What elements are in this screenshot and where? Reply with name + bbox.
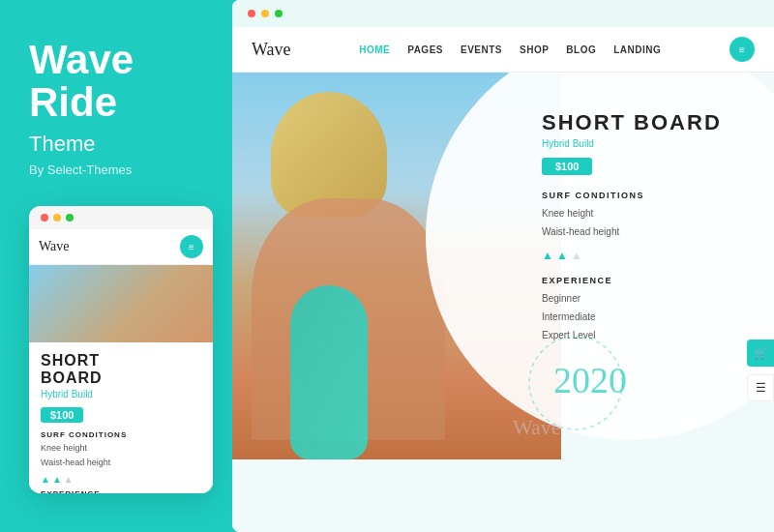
desktop-dot-red [248,10,255,17]
nav-link-pages[interactable]: PAGES [407,44,443,55]
brand-title: Wave Ride [29,39,203,124]
nav-link-blog[interactable]: BLOG [566,44,596,55]
price-badge: $100 [542,158,592,175]
mobile-preview-card: Wave ≡ SHORT BOARD Hybrid Build $100 SUR… [29,206,213,493]
nav-link-home[interactable]: HOME [359,44,390,55]
hybrid-label: Hybrid Build [542,138,755,149]
experience-title: EXPERIENCE [542,276,755,285]
mobile-logo: Wave [39,239,70,254]
desktop-preview: Wave HOME PAGES EVENTS SHOP BLOG LANDING… [232,0,774,532]
shortboard-title: SHORT BOARD [542,111,755,134]
mobile-wave-icons: ▲ ▲ ▲ [41,474,201,485]
mobile-preview-bar [29,206,213,229]
left-panel: Wave Ride Theme By Select-Themes Wave ≡ … [0,0,232,532]
year-graphic: 2020 [532,359,648,401]
mobile-hybrid-label: Hybrid Build [41,389,201,399]
desktop-nav-links: HOME PAGES EVENTS SHOP BLOG LANDING [359,44,661,55]
side-icon-menu[interactable]: ☰ [747,374,774,401]
brand-subtitle: Theme [29,132,203,157]
right-panel: Wave HOME PAGES EVENTS SHOP BLOG LANDING… [232,0,774,532]
desktop-nav-button[interactable]: ≡ [729,37,755,62]
mobile-content: SHORT BOARD Hybrid Build $100 SURF CONDI… [29,342,213,493]
bottom-wave-logo: Wave [513,415,561,440]
mobile-hero-bg [29,265,213,342]
nav-link-shop[interactable]: SHOP [520,44,549,55]
hero-right-content: SHORT BOARD Hybrid Build $100 SURF CONDI… [542,111,755,344]
conditions-list: Knee height Waist-head height [542,204,755,241]
wave-rating-dot-3: ▲ [571,249,582,262]
mobile-conditions-list: Knee height Waist-head height [41,441,201,469]
mobile-hero-image [29,265,213,342]
surfboard-shape [290,285,368,459]
dot-red [41,214,48,222]
mobile-surf-conditions-title: SURF CONDITIONS [41,430,201,439]
mobile-price-badge: $100 [41,407,83,423]
brand-by: By Select-Themes [29,163,203,177]
surf-conditions-title: SURF CONDITIONS [542,191,755,200]
wave-rating-dot-1: ▲ [542,249,553,262]
nav-link-landing[interactable]: LANDING [613,44,661,55]
desktop-logo: Wave [252,40,291,60]
wave-rating-dot-2: ▲ [556,249,568,262]
dot-green [66,214,74,222]
desktop-dot-yellow [261,10,269,17]
mobile-experience-title: EXPERIENCE [41,489,201,493]
desktop-bar [232,0,774,27]
wave-icon-1: ▲ [41,474,50,485]
desktop-nav: Wave HOME PAGES EVENTS SHOP BLOG LANDING… [232,27,774,73]
mobile-menu-button[interactable]: ≡ [180,235,203,258]
wave-icon-3: ▲ [64,474,74,485]
side-icons: 🛒 ☰ [747,340,774,401]
side-icon-cart[interactable]: 🛒 [747,340,774,367]
desktop-hero: SHORT BOARD Hybrid Build $100 SURF CONDI… [232,73,774,459]
mobile-nav: Wave ≡ [29,229,213,265]
wave-icon-2: ▲ [52,474,62,485]
wave-rating: ▲ ▲ ▲ [542,249,755,262]
mobile-shortboard-title: SHORT BOARD [41,352,201,386]
dot-yellow [53,214,61,222]
desktop-dot-green [275,10,283,17]
nav-link-events[interactable]: EVENTS [461,44,502,55]
